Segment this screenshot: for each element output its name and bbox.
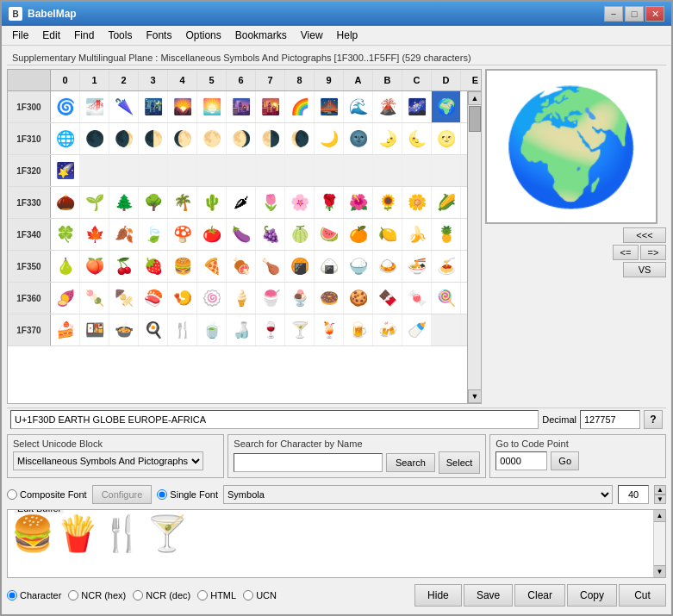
font-size-down-button[interactable]: ▼	[654, 495, 666, 504]
grid-cell[interactable]	[197, 155, 227, 186]
grid-cell[interactable]: 🌝	[432, 123, 461, 154]
grid-cell[interactable]: 🍴	[168, 314, 197, 345]
menu-view[interactable]: View	[294, 28, 330, 43]
grid-cell[interactable]: 🍉	[315, 219, 344, 250]
grid-cell[interactable]	[315, 155, 344, 186]
grid-cell[interactable]: 🍌	[402, 219, 432, 250]
grid-cell[interactable]: 🍚	[344, 251, 373, 282]
grid-cell[interactable]: 🍦	[227, 283, 256, 314]
scroll-down-button[interactable]: ▼	[468, 389, 481, 403]
grid-cell[interactable]: 🌱	[80, 187, 109, 218]
grid-cell[interactable]	[461, 155, 467, 186]
grid-cell[interactable]: 🍸	[285, 314, 315, 345]
buffer-scroll-up[interactable]: ▲	[654, 510, 665, 522]
grid-cell[interactable]: 🍮	[461, 283, 467, 314]
grid-cell[interactable]: 🌇	[256, 91, 285, 122]
grid-cell[interactable]: 🍪	[344, 283, 373, 314]
minimize-button[interactable]: −	[604, 6, 623, 22]
menu-help[interactable]: Help	[330, 28, 365, 43]
grid-cell[interactable]: 🍱	[80, 314, 109, 345]
grid-cell[interactable]: 🌲	[109, 187, 139, 218]
grid-cell[interactable]: 🍻	[373, 314, 402, 345]
clear-button[interactable]: Clear	[514, 584, 565, 607]
grid-cell[interactable]: 🍞	[461, 251, 467, 282]
grid-cell[interactable]: 🍃	[139, 219, 168, 250]
grid-cell[interactable]: 🌽	[432, 187, 461, 218]
grid-cell[interactable]	[373, 155, 402, 186]
grid-cell[interactable]: 🍍	[432, 219, 461, 250]
close-button[interactable]: ✕	[645, 6, 664, 22]
grid-cell[interactable]	[344, 155, 373, 186]
menu-tools[interactable]: Tools	[101, 28, 139, 43]
buffer-scrollbar[interactable]: ▲ ▼	[653, 510, 665, 577]
grid-cell[interactable]: 🌴	[168, 187, 197, 218]
grid-cell[interactable]: 🎍	[461, 219, 467, 250]
grid-cell[interactable]: 🌺	[344, 187, 373, 218]
goto-input[interactable]	[495, 451, 547, 470]
grid-cell[interactable]: 🍇	[256, 219, 285, 250]
grid-cell[interactable]: 🌓	[139, 123, 168, 154]
grid-cell[interactable]: 🍫	[373, 283, 402, 314]
grid-cell[interactable]	[256, 155, 285, 186]
grid-cell[interactable]: 🍖	[227, 251, 256, 282]
grid-cell[interactable]: 🌘	[285, 123, 315, 154]
grid-cell[interactable]: 🍜	[402, 251, 432, 282]
format-html-radio[interactable]	[197, 590, 208, 600]
menu-bookmarks[interactable]: Bookmarks	[228, 28, 294, 43]
single-font-radio-label[interactable]: Single Font	[157, 489, 218, 500]
grid-cell[interactable]: 🌚	[344, 123, 373, 154]
grid-cell[interactable]: 🌔	[168, 123, 197, 154]
format-ncrdec-label[interactable]: NCR (dec)	[133, 590, 190, 600]
search-button[interactable]: Search	[386, 453, 435, 472]
grid-cell[interactable]: 🍠	[51, 283, 80, 314]
grid-cell[interactable]: 🍶	[227, 314, 256, 345]
nav-triple-left-button[interactable]: <<<	[623, 227, 666, 243]
grid-cell[interactable]: 🌛	[373, 123, 402, 154]
grid-cell[interactable]: 🌁	[80, 91, 109, 122]
grid-cell[interactable]: 🍭	[432, 283, 461, 314]
grid-cell[interactable]: 🍨	[285, 283, 315, 314]
save-button[interactable]: Save	[464, 584, 513, 607]
help-button[interactable]: ?	[644, 410, 663, 429]
grid-cell[interactable]: 🌌	[402, 91, 432, 122]
edit-buffer-area[interactable]: Edit Buffer 🍔 🍟 🍴 🍸 ▲ ▼	[7, 509, 666, 578]
scroll-thumb[interactable]	[469, 106, 481, 132]
menu-file[interactable]: File	[5, 28, 35, 43]
go-button[interactable]: Go	[551, 451, 579, 470]
grid-cell[interactable]: 🌑	[80, 123, 109, 154]
grid-cell[interactable]	[432, 155, 461, 186]
grid-cell[interactable]: 🌸	[285, 187, 315, 218]
maximize-button[interactable]: □	[625, 6, 644, 22]
grid-cell[interactable]: 🍲	[109, 314, 139, 345]
grid-cell[interactable]: 🌍	[432, 91, 461, 122]
grid-cell[interactable]: 🌞	[461, 123, 467, 154]
format-ncrhex-label[interactable]: NCR (hex)	[68, 590, 126, 600]
grid-cell[interactable]: 🌕	[197, 123, 227, 154]
grid-cell[interactable]: 🍳	[139, 314, 168, 345]
grid-cell[interactable]: 🍅	[197, 219, 227, 250]
grid-cell[interactable]: 🌷	[256, 187, 285, 218]
configure-button[interactable]: Configure	[92, 485, 153, 504]
grid-cell[interactable]: 🍼	[402, 314, 432, 345]
grid-cell[interactable]: 🍒	[109, 251, 139, 282]
menu-find[interactable]: Find	[67, 28, 101, 43]
font-size-input[interactable]	[618, 485, 649, 504]
grid-cell[interactable]	[461, 314, 467, 345]
grid-cell[interactable]: 🍡	[80, 283, 109, 314]
grid-cell[interactable]: 🌾	[461, 187, 467, 218]
grid-cell[interactable]: 🍩	[315, 283, 344, 314]
nav-left-button[interactable]: <=	[613, 245, 639, 260]
grid-cell[interactable]: 🍐	[51, 251, 80, 282]
grid-cell[interactable]: 🍣	[139, 283, 168, 314]
grid-cell[interactable]: 🍔	[168, 251, 197, 282]
buffer-scroll-down[interactable]: ▼	[654, 565, 665, 577]
grid-cell[interactable]: 🍰	[51, 314, 80, 345]
grid-cell[interactable]: 🌳	[139, 187, 168, 218]
grid-cell[interactable]: 🌵	[197, 187, 227, 218]
search-input[interactable]	[234, 453, 383, 472]
format-character-label[interactable]: Character	[7, 590, 61, 600]
grid-cell[interactable]: 🍷	[256, 314, 285, 345]
grid-cell[interactable]: 🌎	[461, 91, 467, 122]
grid-cell[interactable]: 🍁	[80, 219, 109, 250]
grid-cell[interactable]: 🍥	[197, 283, 227, 314]
